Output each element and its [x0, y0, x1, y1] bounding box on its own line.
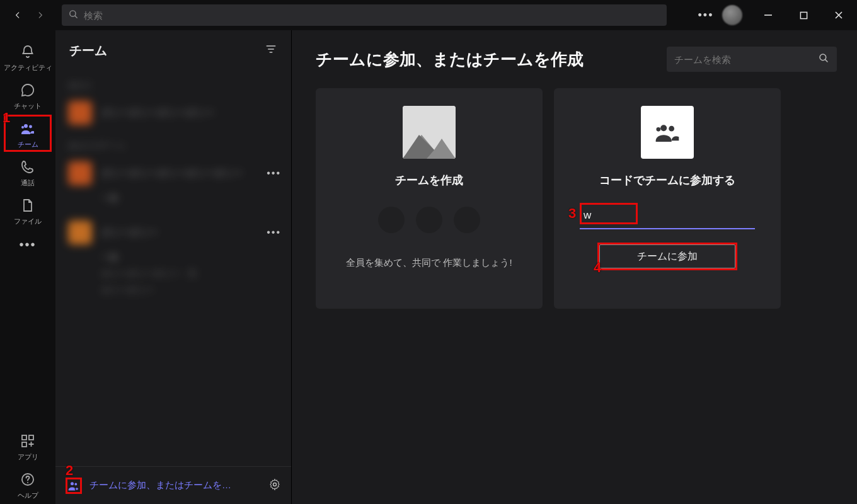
search-icon	[818, 52, 829, 66]
team-search-input[interactable]	[674, 54, 818, 65]
svg-point-2	[24, 124, 28, 128]
team-code-input[interactable]	[580, 204, 755, 229]
svg-point-9	[71, 482, 74, 485]
nav-back-button[interactable]	[9, 6, 26, 24]
member-placeholder-dots	[378, 207, 480, 233]
svg-point-10	[74, 483, 77, 485]
team-row-more[interactable]: •••	[267, 168, 281, 179]
rail-files[interactable]: ファイル	[3, 193, 53, 230]
chat-icon	[20, 83, 35, 99]
svg-point-18	[669, 126, 674, 132]
join-code-title: コードでチームに参加する	[599, 173, 735, 188]
join-team-button[interactable]: チームに参加	[599, 244, 735, 268]
window-close-button[interactable]	[823, 1, 854, 30]
create-team-card[interactable]: チームを作成 全員を集めて、共同で 作業しましょう!	[316, 88, 543, 309]
phone-icon	[20, 159, 35, 176]
rail-help[interactable]: ヘルプ	[3, 467, 53, 504]
manage-teams-gear-icon[interactable]	[268, 478, 281, 493]
user-avatar[interactable]	[722, 5, 742, 25]
page-title: チームに参加、またはチームを作成	[316, 49, 584, 71]
join-with-code-card: コードでチームに参加する チームに参加	[554, 88, 781, 309]
create-team-tile-icon	[403, 106, 456, 159]
svg-rect-5	[22, 435, 26, 440]
global-search-input[interactable]	[84, 10, 660, 21]
rail-label: ファイル	[14, 217, 42, 226]
rail-label: 通話	[21, 178, 35, 188]
rail-chat[interactable]: チャット	[3, 77, 53, 115]
create-team-subtitle: 全員を集めて、共同で 作業しましょう!	[346, 257, 512, 269]
rail-more-button[interactable]: •••	[19, 231, 36, 258]
svg-rect-1	[800, 12, 807, 18]
rail-calls[interactable]: 通話	[3, 154, 53, 192]
rail-teams[interactable]: チーム	[3, 116, 53, 153]
titlebar: •••	[0, 0, 857, 30]
rail-label: アクティビティ	[4, 63, 52, 72]
help-icon	[20, 472, 35, 488]
rail-activity[interactable]: アクティビティ	[3, 39, 53, 76]
sidebar-title: チーム	[69, 42, 107, 59]
global-search[interactable]	[62, 4, 667, 26]
nav-forward-button[interactable]	[32, 6, 49, 24]
team-row-more[interactable]: •••	[267, 227, 281, 238]
main-area: チームに参加、またはチームを作成 チームを作成 全員を集めて、共同で 作業しまし…	[292, 30, 857, 504]
teams-sidebar: チーム あなた ダミーダミーダミーダミー あなたのチーム ダミーダミー	[55, 30, 292, 504]
apps-icon	[20, 433, 35, 450]
left-rail: アクティビティ チャット チーム 通話 ファイル •••	[0, 30, 55, 504]
rail-label: ヘルプ	[18, 491, 38, 500]
rail-label: チャット	[14, 101, 42, 111]
team-search[interactable]	[667, 47, 837, 72]
svg-rect-7	[22, 442, 26, 447]
svg-point-3	[29, 125, 32, 129]
people-icon	[20, 121, 35, 137]
rail-apps[interactable]: アプリ	[3, 428, 53, 466]
join-team-icon	[66, 478, 82, 494]
svg-point-13	[820, 54, 826, 60]
svg-point-12	[273, 483, 277, 486]
file-icon	[20, 198, 35, 214]
filter-icon[interactable]	[265, 43, 277, 59]
svg-point-17	[660, 125, 667, 131]
svg-point-0	[70, 10, 76, 16]
teams-list: あなた ダミーダミーダミーダミー あなたのチーム ダミーダミーダミーダミーダミー…	[55, 71, 291, 466]
svg-point-4	[21, 126, 24, 129]
svg-point-19	[657, 127, 661, 132]
rail-label: アプリ	[18, 452, 38, 462]
window-minimize-button[interactable]	[752, 1, 784, 30]
join-code-tile-icon	[641, 106, 694, 159]
join-link-label: チームに参加、またはチームを…	[89, 479, 231, 491]
join-or-create-team-link[interactable]: チームに参加、またはチームを…	[66, 478, 261, 494]
bell-icon	[20, 44, 35, 60]
titlebar-more-button[interactable]: •••	[693, 3, 718, 28]
create-team-title: チームを作成	[395, 173, 463, 188]
window-maximize-button[interactable]	[788, 1, 819, 30]
rail-label: チーム	[18, 140, 38, 149]
svg-rect-6	[29, 435, 33, 440]
search-icon	[68, 9, 84, 22]
